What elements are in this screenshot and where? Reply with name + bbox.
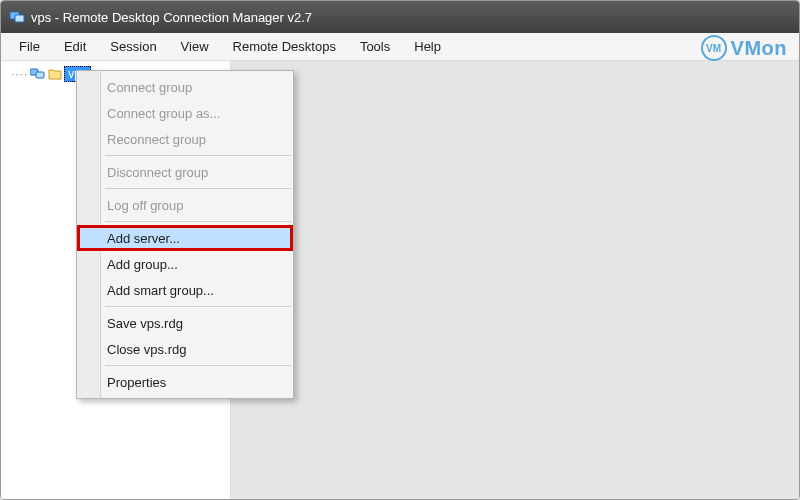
ctx-label: Add group... — [107, 257, 178, 272]
ctx-separator — [105, 188, 291, 189]
menubar: File Edit Session View Remote Desktops T… — [1, 33, 799, 61]
ctx-label: Close vps.rdg — [107, 342, 186, 357]
titlebar[interactable]: vps - Remote Desktop Connection Manager … — [1, 1, 799, 33]
ctx-separator — [105, 221, 291, 222]
ctx-add-smart-group[interactable]: Add smart group... — [77, 277, 293, 303]
app-icon — [9, 9, 25, 25]
menu-tools[interactable]: Tools — [350, 35, 400, 58]
ctx-label: Log off group — [107, 198, 183, 213]
svg-rect-1 — [15, 15, 24, 22]
ctx-label: Connect group as... — [107, 106, 220, 121]
brand-badge-icon: VM — [701, 35, 727, 61]
ctx-connect-group-as[interactable]: Connect group as... — [77, 100, 293, 126]
tree-branch-icon: ···· — [11, 67, 28, 81]
content-area — [231, 61, 799, 499]
ctx-label: Disconnect group — [107, 165, 208, 180]
ctx-save-rdg[interactable]: Save vps.rdg — [77, 310, 293, 336]
menu-session[interactable]: Session — [100, 35, 166, 58]
ctx-label: Properties — [107, 375, 166, 390]
ctx-label: Add server... — [107, 231, 180, 246]
ctx-separator — [105, 365, 291, 366]
ctx-reconnect-group[interactable]: Reconnect group — [77, 126, 293, 152]
ctx-close-rdg[interactable]: Close vps.rdg — [77, 336, 293, 362]
window-title: vps - Remote Desktop Connection Manager … — [31, 10, 312, 25]
menu-help[interactable]: Help — [404, 35, 451, 58]
menu-view[interactable]: View — [171, 35, 219, 58]
brand-name: VMon — [731, 37, 787, 60]
ctx-label: Add smart group... — [107, 283, 214, 298]
ctx-label: Reconnect group — [107, 132, 206, 147]
ctx-add-server[interactable]: Add server... — [77, 225, 293, 251]
ctx-label: Save vps.rdg — [107, 316, 183, 331]
ctx-separator — [105, 155, 291, 156]
brand-logo: VM VMon — [701, 35, 787, 61]
context-menu: Connect group Connect group as... Reconn… — [76, 70, 294, 399]
menu-edit[interactable]: Edit — [54, 35, 96, 58]
ctx-properties[interactable]: Properties — [77, 369, 293, 395]
menu-remote-desktops[interactable]: Remote Desktops — [223, 35, 346, 58]
ctx-add-group[interactable]: Add group... — [77, 251, 293, 277]
ctx-connect-group[interactable]: Connect group — [77, 74, 293, 100]
ctx-separator — [105, 306, 291, 307]
ctx-disconnect-group[interactable]: Disconnect group — [77, 159, 293, 185]
svg-rect-3 — [36, 72, 44, 78]
computers-icon — [30, 67, 46, 81]
ctx-label: Connect group — [107, 80, 192, 95]
folder-icon — [48, 68, 62, 80]
ctx-logoff-group[interactable]: Log off group — [77, 192, 293, 218]
menu-file[interactable]: File — [9, 35, 50, 58]
